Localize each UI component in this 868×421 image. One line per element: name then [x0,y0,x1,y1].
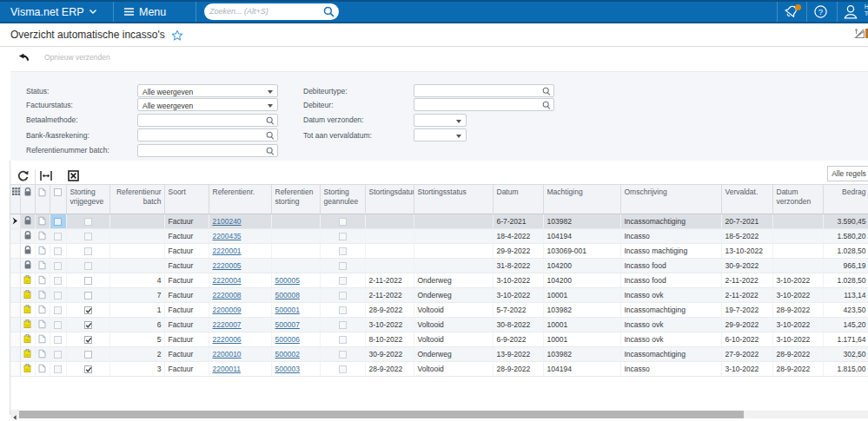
svg-text:?: ? [818,7,823,16]
